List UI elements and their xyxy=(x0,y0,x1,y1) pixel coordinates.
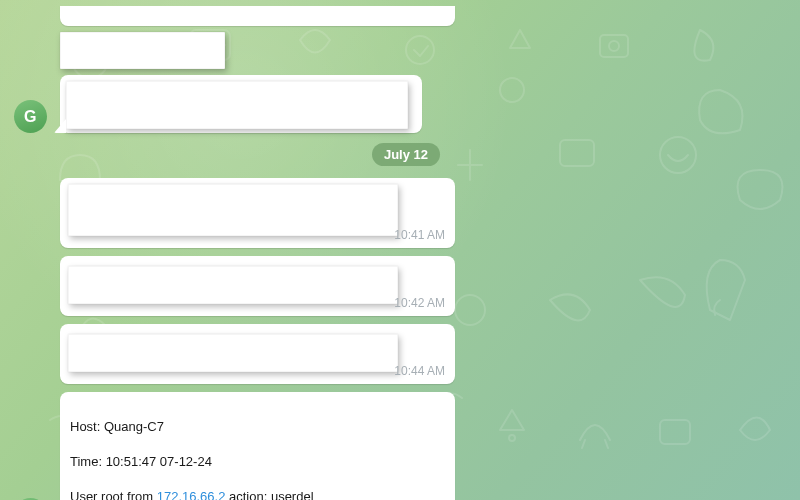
sender-avatar[interactable]: G xyxy=(14,100,47,133)
message-bubble[interactable]: 10:41 AM xyxy=(60,178,455,248)
message-list[interactable]: G July 12 10:41 AM 10:42 AM 10:44 AM Ho xyxy=(0,0,800,500)
message-group-1: G xyxy=(60,6,800,133)
message-bubble[interactable]: 10:44 AM xyxy=(60,324,455,384)
message-text: Host: Quang-C7 Time: 10:51:47 07-12-24 U… xyxy=(70,400,393,500)
text-line: Time: 10:51:47 07-12-24 xyxy=(70,454,212,469)
message-bubble[interactable]: 10:42 AM xyxy=(60,256,455,316)
chat-background: G July 12 10:41 AM 10:42 AM 10:44 AM Ho xyxy=(0,0,800,500)
redacted-block xyxy=(60,32,225,69)
text-line: User root from xyxy=(70,489,157,500)
redacted-block xyxy=(68,334,398,372)
message-bubble[interactable]: Host: Quang-C7 Time: 10:51:47 07-12-24 U… xyxy=(60,392,455,500)
date-separator: July 12 xyxy=(12,143,800,166)
text-line: Host: Quang-C7 xyxy=(70,419,164,434)
message-timestamp: 10:44 AM xyxy=(394,364,445,378)
redacted-block xyxy=(68,266,398,304)
date-pill: July 12 xyxy=(372,143,440,166)
ip-link[interactable]: 172.16.66.2 xyxy=(157,489,226,500)
message-group-2: 10:41 AM 10:42 AM 10:44 AM Host: Quang-C… xyxy=(60,178,800,500)
message-bubble[interactable] xyxy=(60,75,422,133)
message-bubble[interactable] xyxy=(60,6,455,26)
redacted-block xyxy=(66,81,408,129)
message-timestamp: 10:41 AM xyxy=(394,228,445,242)
redacted-block xyxy=(68,184,398,236)
message-timestamp: 10:42 AM xyxy=(394,296,445,310)
